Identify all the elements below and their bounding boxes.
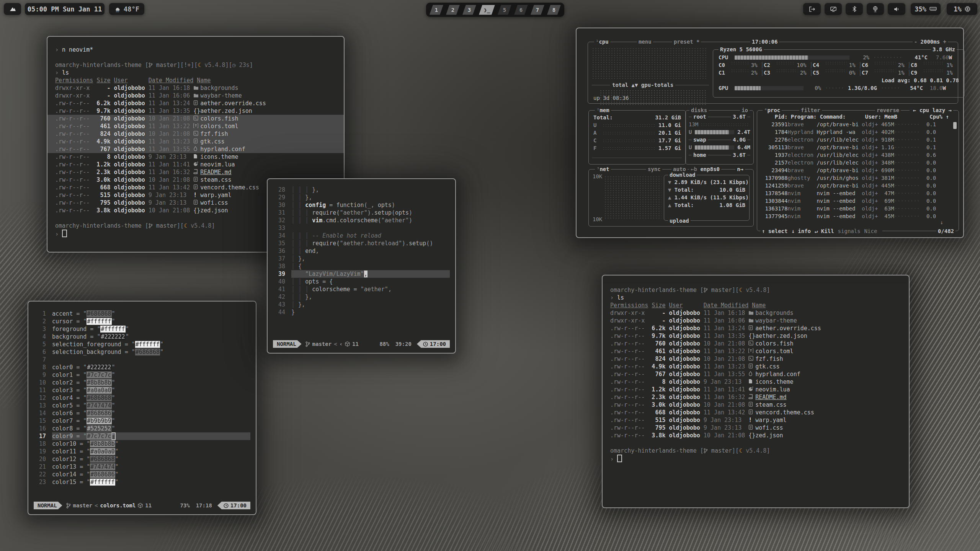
proc-row[interactable]: 1241259 brave /opt/brave-bi oldj+ 445M ·… bbox=[762, 182, 955, 189]
net-next[interactable]: n→ bbox=[735, 165, 745, 173]
weather-button[interactable]: 48°F bbox=[109, 3, 144, 15]
update-interval: 2000ms bbox=[921, 39, 940, 45]
btop-cpu-box: ¹cpu menu preset * 17:00:06 - 2000ms + t… bbox=[588, 42, 958, 104]
tab-io[interactable]: io bbox=[740, 106, 750, 114]
proc-hint[interactable]: ↓ info bbox=[791, 228, 811, 234]
omarchy-menu-button[interactable] bbox=[4, 3, 21, 15]
color-swatch: #525252 bbox=[87, 425, 111, 432]
proc-row[interactable]: 1377945 nvim nvim --embed oldj+ 45M ····… bbox=[762, 212, 955, 220]
globe-icon bbox=[872, 6, 879, 12]
tab-net[interactable]: net bbox=[599, 166, 609, 172]
drop-file-icon bbox=[193, 145, 200, 153]
color-swatch: #222222 bbox=[100, 333, 125, 340]
tab-sync[interactable]: sync bbox=[646, 165, 662, 173]
terminal-line bbox=[47, 54, 344, 61]
workspace-5[interactable]: 5 bbox=[498, 5, 511, 15]
btop-proc-box: ⁴proc filter reverse tree ← cpu lazy → P… bbox=[757, 110, 959, 231]
bluetooth-button[interactable] bbox=[846, 3, 863, 15]
proc-sort[interactable]: ← cpu lazy → bbox=[911, 106, 953, 114]
tab-disks[interactable]: disks bbox=[689, 106, 709, 114]
terminal-line: drwxr-xr-x - oldjobobo 11 Jan 16:06 wayb… bbox=[603, 317, 909, 324]
proc-header: Pid: Program: Command: User: MemB Cpu% ↑ bbox=[762, 113, 955, 121]
net-scale-top: 10K bbox=[593, 173, 602, 180]
tab-menu[interactable]: menu bbox=[637, 38, 653, 46]
plugin-cube-icon bbox=[138, 503, 143, 508]
proc-hint[interactable]: signals bbox=[838, 228, 861, 234]
neovim-window-plugins[interactable]: 28│ │ │ },29│ │ },30│ │ config = functio… bbox=[267, 178, 456, 354]
workspace-6[interactable]: 6 bbox=[514, 5, 528, 15]
css-file-icon bbox=[193, 99, 200, 107]
editor-line: 10color2 = "#8b8b8b" bbox=[28, 379, 256, 386]
workspace-3[interactable]: 3 bbox=[462, 5, 476, 15]
editor-line: 28│ │ │ }, bbox=[268, 186, 455, 194]
terminal-line: .rw-r--r-- 767 oldjobobo 11 Jan 13:55 hy… bbox=[47, 145, 344, 153]
color-swatch: #ffffff bbox=[100, 326, 125, 333]
proc-row[interactable]: 23591 brave /opt/brave-bi oldj+ 465M ···… bbox=[762, 121, 955, 128]
logout-button[interactable] bbox=[803, 3, 821, 15]
color-swatch: #686868 bbox=[135, 349, 160, 355]
terminal-line: .rw-r--r-- 1.2k oldjobobo 11 Jan 11:41 n… bbox=[47, 161, 344, 168]
proc-row[interactable]: 1784 Hyprland Hyprland -wa oldj+ 402M ··… bbox=[762, 128, 955, 136]
workspace-2[interactable]: 2 bbox=[446, 5, 460, 15]
tab-preset[interactable]: preset * bbox=[672, 38, 701, 46]
tab-proc[interactable]: proc bbox=[767, 107, 780, 113]
git-branch: master bbox=[312, 341, 332, 347]
editor-line: 39│ │ "LazyVim/LazyVim", bbox=[268, 270, 455, 278]
git-branch-icon bbox=[305, 341, 310, 347]
proc-row[interactable]: 1378548 nvim nvim --embed oldj+ 47M ····… bbox=[762, 189, 955, 197]
cpu-module[interactable]: 1% bbox=[947, 3, 977, 15]
terminal-line: .rw-r--r-- 3.8k oldjobobo 10 Jan 21:08 {… bbox=[603, 432, 909, 439]
logout-icon bbox=[808, 6, 815, 12]
neovim-window-colors-toml[interactable]: 1accent = "#686868"2cursor = "#ffffff"3f… bbox=[28, 301, 256, 515]
cpu-usage-row: CPU2%·········41°C7.60W bbox=[719, 54, 959, 61]
css-file-icon bbox=[193, 184, 200, 191]
interval-increase[interactable]: + bbox=[943, 39, 946, 45]
tab-cpu[interactable]: cpu bbox=[599, 39, 608, 45]
proc-row[interactable]: 1937 electron /usr/lib/elec oldj+ 438M ·… bbox=[762, 151, 955, 159]
ram-module[interactable]: 35% bbox=[911, 3, 941, 15]
proc-row[interactable]: 2157 electron /usr/lib/elec oldj+ 348M ·… bbox=[762, 159, 955, 166]
proc-row[interactable]: 23494 brave /opt/brave-bi oldj+ 690M ···… bbox=[762, 166, 955, 174]
terminal-line: .rw-r--r-- 760 oldjobobo 10 Jan 21:08 co… bbox=[47, 115, 344, 122]
terminal-line: .rw-r--r-- 3.0k oldjobobo 10 Jan 21:08 s… bbox=[603, 401, 909, 409]
net-up-total: ▲ Total:1.08 GiB bbox=[668, 201, 745, 209]
btop-window[interactable]: ¹cpu menu preset * 17:00:06 - 2000ms + t… bbox=[576, 28, 964, 238]
proc-hint[interactable]: ↑ select bbox=[762, 228, 787, 234]
terminal-window-bottom-right[interactable]: omarchy-hinterlands-theme [ master][☾ v5… bbox=[602, 275, 910, 508]
workspace-1[interactable]: 1 bbox=[430, 5, 443, 15]
tab-mem[interactable]: mem bbox=[599, 107, 609, 113]
interval-decrease[interactable]: - bbox=[914, 39, 917, 45]
proc-hint[interactable]: ↵ Kill bbox=[815, 228, 834, 234]
proc-row[interactable]: 305113 brave /opt/brave-bi oldj+ 1.1G ··… bbox=[762, 143, 955, 151]
book-file-icon bbox=[748, 393, 755, 401]
clock-button[interactable]: 05:00 PM Sun Jan 11 bbox=[25, 3, 105, 15]
workspace-7[interactable]: 7 bbox=[531, 5, 544, 15]
screen-share-button[interactable] bbox=[825, 3, 842, 15]
editor-line: 7 bbox=[28, 356, 256, 364]
bluetooth-icon bbox=[852, 6, 857, 12]
volume-button[interactable] bbox=[888, 3, 905, 15]
editor-line: 5selection_foreground = "#ffffff" bbox=[28, 341, 256, 348]
proc-row[interactable]: 1370988 ghostty /usr/bin/ghos oldj+ 381M… bbox=[762, 174, 955, 182]
screen-off-icon bbox=[830, 6, 837, 12]
terminal-line: .rw-r--r-- 6.2k oldjobobo 11 Jan 13:24 a… bbox=[47, 99, 344, 107]
color-swatch: #b9b9b9 bbox=[87, 417, 111, 424]
proc-row[interactable]: 1303844 nvim nvim --embed oldj+ 69M ····… bbox=[762, 197, 955, 205]
editor-line: 35│ │ │ require("aether.hotreload").setu… bbox=[268, 240, 455, 247]
editor-line: 41│ │ │ colorscheme = "aether", bbox=[268, 285, 455, 293]
workspace-8[interactable]: 8 bbox=[547, 5, 561, 15]
uptime: up 3d 08:36 bbox=[593, 94, 629, 102]
workspace-4[interactable]: ❯_ bbox=[479, 5, 495, 15]
disk-row: root3.6T bbox=[689, 113, 750, 121]
tab-filter[interactable]: filter bbox=[799, 106, 822, 114]
network-button[interactable] bbox=[867, 3, 884, 15]
terminal-line: .rw-r--r-- 1.2k oldjobobo 11 Jan 11:41 n… bbox=[603, 386, 909, 393]
proc-hint[interactable]: Nice bbox=[864, 228, 877, 234]
proc-row[interactable]: 1363178 nvim nvim --embed oldj+ 63M ····… bbox=[762, 205, 955, 212]
proc-row[interactable]: 2276 electron /usr/lib/elec oldj+ 918M ·… bbox=[762, 136, 955, 143]
proc-scrollbar[interactable] bbox=[953, 122, 957, 129]
terminal-line: .rw-r--r-- 824 oldjobobo 10 Jan 21:08 fz… bbox=[47, 130, 344, 138]
terminal-line: .rw-r--r-- 2.3k oldjobobo 11 Jan 16:32 R… bbox=[603, 393, 909, 401]
tab-reverse[interactable]: reverse bbox=[875, 106, 901, 114]
proc-scroll-down-icon[interactable]: ↓ bbox=[940, 218, 943, 226]
